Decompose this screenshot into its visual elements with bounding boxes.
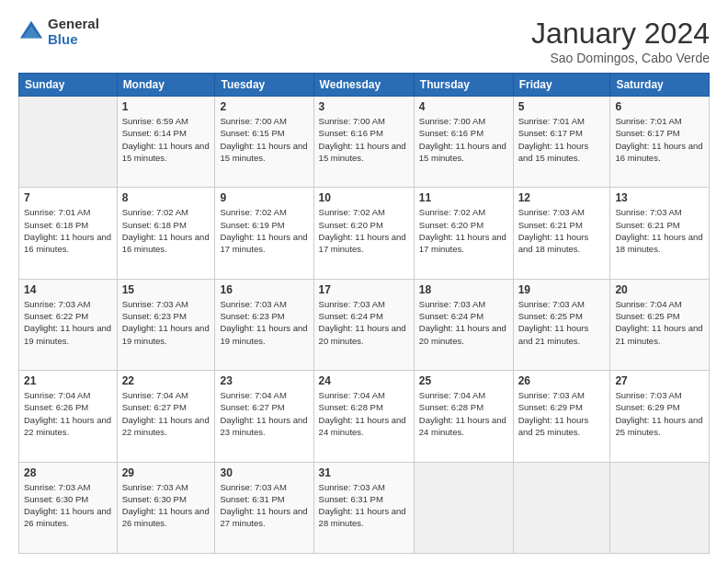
calendar-cell: 6Sunrise: 7:01 AMSunset: 6:17 PMDaylight…: [610, 97, 710, 188]
day-info: Sunrise: 7:00 AMSunset: 6:16 PMDaylight:…: [319, 115, 409, 164]
th-saturday: Saturday: [610, 74, 710, 97]
day-info: Sunrise: 7:00 AMSunset: 6:16 PMDaylight:…: [419, 115, 508, 164]
day-info: Sunrise: 7:03 AMSunset: 6:22 PMDaylight:…: [24, 298, 112, 347]
header: General Blue January 2024 Sao Domingos, …: [18, 17, 710, 65]
th-friday: Friday: [513, 74, 610, 97]
calendar-cell: 5Sunrise: 7:01 AMSunset: 6:17 PMDaylight…: [513, 97, 610, 188]
calendar-cell: 4Sunrise: 7:00 AMSunset: 6:16 PMDaylight…: [414, 97, 513, 188]
day-number: 14: [24, 283, 112, 296]
calendar-cell: 10Sunrise: 7:02 AMSunset: 6:20 PMDayligh…: [313, 188, 414, 279]
calendar-cell: 24Sunrise: 7:04 AMSunset: 6:28 PMDayligh…: [313, 371, 414, 462]
calendar-cell: 16Sunrise: 7:03 AMSunset: 6:23 PMDayligh…: [215, 279, 313, 370]
calendar-cell: 28Sunrise: 7:03 AMSunset: 6:30 PMDayligh…: [19, 462, 118, 553]
day-info: Sunrise: 7:02 AMSunset: 6:19 PMDaylight:…: [220, 206, 308, 255]
day-info: Sunrise: 7:04 AMSunset: 6:26 PMDaylight:…: [24, 389, 112, 438]
calendar-cell: [610, 462, 710, 553]
calendar-cell: 20Sunrise: 7:04 AMSunset: 6:25 PMDayligh…: [610, 279, 710, 370]
day-info: Sunrise: 7:01 AMSunset: 6:18 PMDaylight:…: [24, 206, 112, 255]
calendar-cell: 1Sunrise: 6:59 AMSunset: 6:14 PMDaylight…: [117, 97, 215, 188]
week-row-3: 21Sunrise: 7:04 AMSunset: 6:26 PMDayligh…: [19, 371, 710, 462]
day-number: 18: [419, 283, 508, 296]
th-sunday: Sunday: [19, 74, 118, 97]
day-number: 22: [122, 374, 210, 387]
calendar-cell: 30Sunrise: 7:03 AMSunset: 6:31 PMDayligh…: [215, 462, 313, 553]
day-info: Sunrise: 7:04 AMSunset: 6:27 PMDaylight:…: [122, 389, 210, 438]
logo: General Blue: [18, 17, 99, 47]
logo-icon: [18, 19, 44, 45]
day-number: 20: [615, 283, 704, 296]
calendar-cell: 12Sunrise: 7:03 AMSunset: 6:21 PMDayligh…: [513, 188, 610, 279]
day-number: 25: [419, 374, 508, 387]
day-info: Sunrise: 7:04 AMSunset: 6:27 PMDaylight:…: [220, 389, 308, 438]
day-number: 3: [319, 100, 409, 113]
day-number: 10: [319, 191, 409, 204]
day-info: Sunrise: 7:02 AMSunset: 6:20 PMDaylight:…: [419, 206, 508, 255]
calendar-cell: 8Sunrise: 7:02 AMSunset: 6:18 PMDaylight…: [117, 188, 215, 279]
day-number: 30: [220, 466, 308, 479]
day-info: Sunrise: 7:03 AMSunset: 6:25 PMDaylight:…: [518, 298, 606, 347]
day-number: 5: [518, 100, 606, 113]
day-info: Sunrise: 6:59 AMSunset: 6:14 PMDaylight:…: [122, 115, 210, 164]
day-info: Sunrise: 7:01 AMSunset: 6:17 PMDaylight:…: [615, 115, 704, 164]
day-number: 9: [220, 191, 308, 204]
day-info: Sunrise: 7:04 AMSunset: 6:25 PMDaylight:…: [615, 298, 704, 347]
logo-blue-text: Blue: [48, 32, 99, 48]
week-row-1: 7Sunrise: 7:01 AMSunset: 6:18 PMDaylight…: [19, 188, 710, 279]
calendar-cell: 17Sunrise: 7:03 AMSunset: 6:24 PMDayligh…: [313, 279, 414, 370]
calendar-cell: 2Sunrise: 7:00 AMSunset: 6:15 PMDaylight…: [215, 97, 313, 188]
day-number: 1: [122, 100, 210, 113]
calendar-cell: 18Sunrise: 7:03 AMSunset: 6:24 PMDayligh…: [414, 279, 513, 370]
day-info: Sunrise: 7:03 AMSunset: 6:21 PMDaylight:…: [518, 206, 606, 255]
page: General Blue January 2024 Sao Domingos, …: [0, 0, 728, 563]
day-number: 6: [615, 100, 704, 113]
day-number: 31: [319, 466, 409, 479]
day-number: 19: [518, 283, 606, 296]
month-title: January 2024: [531, 17, 710, 51]
calendar-cell: 22Sunrise: 7:04 AMSunset: 6:27 PMDayligh…: [117, 371, 215, 462]
day-info: Sunrise: 7:02 AMSunset: 6:18 PMDaylight:…: [122, 206, 210, 255]
day-info: Sunrise: 7:04 AMSunset: 6:28 PMDaylight:…: [419, 389, 508, 438]
header-row: Sunday Monday Tuesday Wednesday Thursday…: [19, 74, 710, 97]
logo-text: General Blue: [48, 17, 99, 47]
day-number: 8: [122, 191, 210, 204]
day-number: 17: [319, 283, 409, 296]
calendar-cell: 23Sunrise: 7:04 AMSunset: 6:27 PMDayligh…: [215, 371, 313, 462]
calendar-cell: [414, 462, 513, 553]
day-info: Sunrise: 7:03 AMSunset: 6:24 PMDaylight:…: [319, 298, 409, 347]
calendar-cell: 14Sunrise: 7:03 AMSunset: 6:22 PMDayligh…: [19, 279, 118, 370]
calendar-cell: 21Sunrise: 7:04 AMSunset: 6:26 PMDayligh…: [19, 371, 118, 462]
day-info: Sunrise: 7:02 AMSunset: 6:20 PMDaylight:…: [319, 206, 409, 255]
day-number: 16: [220, 283, 308, 296]
day-number: 28: [24, 466, 112, 479]
location: Sao Domingos, Cabo Verde: [531, 51, 710, 65]
day-info: Sunrise: 7:03 AMSunset: 6:23 PMDaylight:…: [220, 298, 308, 347]
day-number: 2: [220, 100, 308, 113]
day-number: 13: [615, 191, 704, 204]
day-info: Sunrise: 7:03 AMSunset: 6:21 PMDaylight:…: [615, 206, 704, 255]
title-area: January 2024 Sao Domingos, Cabo Verde: [531, 17, 710, 65]
day-number: 12: [518, 191, 606, 204]
week-row-0: 1Sunrise: 6:59 AMSunset: 6:14 PMDaylight…: [19, 97, 710, 188]
day-number: 11: [419, 191, 508, 204]
day-info: Sunrise: 7:03 AMSunset: 6:30 PMDaylight:…: [122, 481, 210, 530]
day-info: Sunrise: 7:01 AMSunset: 6:17 PMDaylight:…: [518, 115, 606, 164]
th-thursday: Thursday: [414, 74, 513, 97]
day-number: 4: [419, 100, 508, 113]
calendar-cell: 15Sunrise: 7:03 AMSunset: 6:23 PMDayligh…: [117, 279, 215, 370]
day-number: 23: [220, 374, 308, 387]
calendar-cell: 26Sunrise: 7:03 AMSunset: 6:29 PMDayligh…: [513, 371, 610, 462]
week-row-2: 14Sunrise: 7:03 AMSunset: 6:22 PMDayligh…: [19, 279, 710, 370]
day-info: Sunrise: 7:04 AMSunset: 6:28 PMDaylight:…: [319, 389, 409, 438]
day-info: Sunrise: 7:03 AMSunset: 6:31 PMDaylight:…: [220, 481, 308, 530]
calendar-cell: 9Sunrise: 7:02 AMSunset: 6:19 PMDaylight…: [215, 188, 313, 279]
calendar-cell: 7Sunrise: 7:01 AMSunset: 6:18 PMDaylight…: [19, 188, 118, 279]
day-number: 21: [24, 374, 112, 387]
day-number: 24: [319, 374, 409, 387]
day-info: Sunrise: 7:03 AMSunset: 6:24 PMDaylight:…: [419, 298, 508, 347]
calendar-cell: [513, 462, 610, 553]
calendar-cell: 19Sunrise: 7:03 AMSunset: 6:25 PMDayligh…: [513, 279, 610, 370]
day-info: Sunrise: 7:03 AMSunset: 6:29 PMDaylight:…: [518, 389, 606, 438]
calendar-cell: 3Sunrise: 7:00 AMSunset: 6:16 PMDaylight…: [313, 97, 414, 188]
calendar-cell: 13Sunrise: 7:03 AMSunset: 6:21 PMDayligh…: [610, 188, 710, 279]
day-number: 29: [122, 466, 210, 479]
